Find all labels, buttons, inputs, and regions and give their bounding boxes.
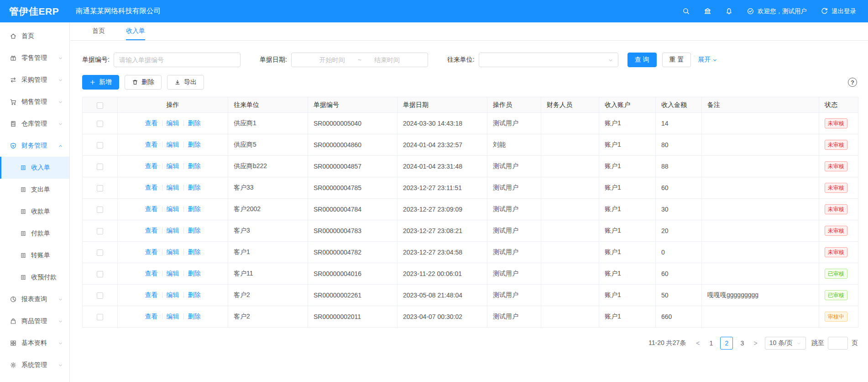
row-checkbox[interactable] [97,228,103,234]
col-header-finance: 财务人员 [541,97,599,113]
bank-icon[interactable] [704,7,711,15]
partner-cell: 客户2002 [228,199,308,220]
sidebar-item-expense-bill[interactable]: 支出单 [0,179,69,201]
delete-link[interactable]: 删除 [188,270,201,277]
welcome-user[interactable]: 欢迎您，测试用户 [747,7,807,16]
remark-cell [702,242,819,263]
sidebar-item-goods[interactable]: 商品管理 [0,310,69,332]
sidebar-item-system[interactable]: 系统管理 [0,354,69,376]
edit-link[interactable]: 编辑 [167,270,179,277]
table-row: 查看编辑删除 供应商5 SR00000004860 2024-01-04 23:… [83,134,858,156]
row-checkbox[interactable] [97,249,103,256]
select-all-checkbox[interactable] [97,102,103,109]
row-checkbox[interactable] [97,121,103,127]
edit-link[interactable]: 编辑 [167,141,179,148]
sidebar-item-transfer-bill[interactable]: 转账单 [0,244,69,266]
edit-link[interactable]: 编辑 [167,227,179,234]
sidebar-item-prepayment[interactable]: 收预付款 [0,266,69,288]
row-checkbox[interactable] [97,207,103,213]
view-link[interactable]: 查看 [145,205,158,212]
sidebar-item-income-bill[interactable]: 收入单 [0,157,69,179]
view-link[interactable]: 查看 [145,313,158,320]
sidebar-item-reports[interactable]: 报表查询 [0,288,69,310]
row-checkbox[interactable] [97,142,103,149]
sidebar-item-warehouse[interactable]: 仓库管理 [0,113,69,135]
bill-no-cell: SR00000004860 [308,134,397,156]
page-1[interactable]: 1 [705,337,717,350]
delete-link[interactable]: 删除 [188,291,201,298]
view-link[interactable]: 查看 [145,291,158,298]
jump-page-input[interactable] [828,337,848,350]
sidebar-item-retail[interactable]: 零售管理 [0,47,69,69]
view-link[interactable]: 查看 [145,270,158,277]
table-row: 查看编辑删除 客户2002 SR00000004784 2023-12-27 2… [83,199,858,220]
edit-link[interactable]: 编辑 [167,184,179,191]
tab-home[interactable]: 首页 [92,22,105,40]
date-end-input[interactable] [363,56,411,64]
sidebar-item-finance[interactable]: 财务管理 [0,135,69,157]
sidebar-item-receipt-bill[interactable]: 收款单 [0,201,69,223]
delete-link[interactable]: 删除 [188,184,201,191]
bill-no-cell: SR00000004016 [308,263,397,285]
delete-link[interactable]: 删除 [188,248,201,255]
edit-link[interactable]: 编辑 [167,119,179,127]
sidebar-item-payment-bill[interactable]: 付款单 [0,223,69,244]
page-2[interactable]: 2 [720,337,733,350]
divider [183,163,184,169]
row-checkbox[interactable] [97,271,103,277]
help-icon[interactable]: ? [848,78,857,87]
prev-page-icon[interactable]: < [692,340,703,347]
edit-link[interactable]: 编辑 [167,248,179,255]
finance-cell [541,220,599,242]
logout-button[interactable]: 退出登录 [821,7,856,16]
expand-link[interactable]: 展开 [698,56,717,64]
page-3[interactable]: 3 [736,337,748,350]
date-range-picker[interactable]: ~ [291,53,428,67]
bill-no-cell: SR00000002011 [308,306,397,328]
next-page-icon[interactable]: > [750,340,761,347]
search-icon[interactable] [682,7,690,15]
sidebar-item-home[interactable]: 首页 [0,25,69,47]
remark-cell [702,199,819,220]
delete-link[interactable]: 删除 [188,162,201,170]
company-name: 南通某某网络科技有限公司 [76,6,161,16]
app-logo: 管伊佳ERP [0,5,69,18]
view-link[interactable]: 查看 [145,184,158,191]
search-button[interactable]: 查 询 [627,53,657,67]
view-link[interactable]: 查看 [145,227,158,234]
sidebar-item-sales[interactable]: 销售管理 [0,91,69,113]
reset-button[interactable]: 重 置 [662,53,691,67]
remark-cell [702,156,819,177]
export-button[interactable]: 导出 [167,75,204,90]
row-checkbox[interactable] [97,314,103,320]
edit-link[interactable]: 编辑 [167,291,179,298]
edit-link[interactable]: 编辑 [167,162,179,170]
delete-link[interactable]: 删除 [188,227,201,234]
edit-link[interactable]: 编辑 [167,205,179,212]
main-area: 首页 收入单 单据编号: 单据日期: ~ 往来单位: 查 询 重 置 展开 [70,22,868,382]
partner-select[interactable] [479,53,618,67]
bell-icon[interactable] [725,7,733,15]
delete-link[interactable]: 删除 [188,119,201,127]
trash-icon [132,79,138,85]
edit-link[interactable]: 编辑 [167,313,179,320]
tab-income-bill[interactable]: 收入单 [126,22,145,40]
add-button[interactable]: 新增 [82,75,119,90]
sidebar-item-purchase[interactable]: 采购管理 [0,69,69,91]
row-checkbox[interactable] [97,185,103,191]
sidebar-item-basic-data[interactable]: 基本资料 [0,332,69,354]
account-cell: 账户1 [599,177,656,199]
row-checkbox[interactable] [97,292,103,299]
view-link[interactable]: 查看 [145,162,158,170]
page-size-select[interactable]: 10 条/页 [765,337,806,350]
view-link[interactable]: 查看 [145,141,158,148]
delete-link[interactable]: 删除 [188,141,201,148]
delete-button[interactable]: 删除 [125,75,162,90]
view-link[interactable]: 查看 [145,119,158,127]
row-checkbox[interactable] [97,164,103,170]
date-start-input[interactable] [309,56,356,64]
delete-link[interactable]: 删除 [188,313,201,320]
bill-no-input[interactable] [114,53,241,67]
view-link[interactable]: 查看 [145,248,158,255]
delete-link[interactable]: 删除 [188,205,201,212]
